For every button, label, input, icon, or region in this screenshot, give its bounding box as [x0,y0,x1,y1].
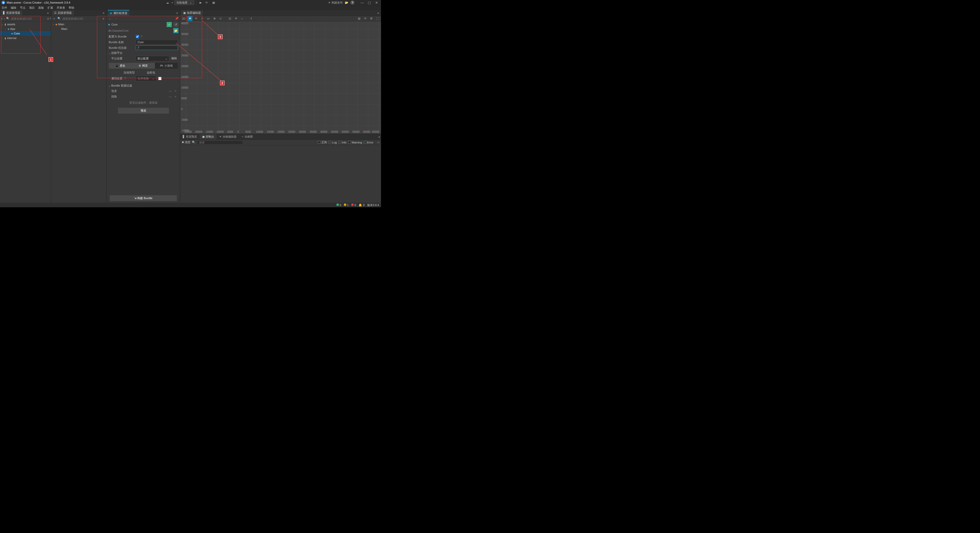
assets-tab[interactable]: ▋ 资源管理器 [1,10,22,16]
build-bundle-button[interactable]: ⇲ 构建 Bundle [110,195,177,201]
status-error[interactable]: 0 [351,204,356,207]
forward-button[interactable]: › [114,17,118,20]
collapse-all-button[interactable]: ≡ [101,17,105,20]
align-tool-button[interactable]: ⊡ [227,16,232,21]
preview-scene-dropdown[interactable]: 当前场景 ⌄ [174,0,194,5]
panel-menu-icon[interactable]: ≡ [377,135,381,138]
bundle-filter-section[interactable]: ⌄ Bundle 资源过滤 [107,83,180,88]
settings-button[interactable]: ⦀ [248,16,254,21]
menu-node[interactable]: 节点 [20,6,25,10]
menu-help[interactable]: 帮助 [68,6,74,10]
tree-node-assets[interactable]: ⌄ ▮ assets [0,22,51,27]
tab-anim-graph[interactable]: ⌁动画图 [239,134,256,139]
menu-developer[interactable]: 开发者 [57,6,65,10]
rotate-tool-button[interactable]: ⟳ [193,16,199,21]
close-button[interactable]: ✕ [373,1,380,5]
error-checkbox[interactable]: Error [364,141,373,144]
info-checkbox[interactable]: Info [339,141,347,144]
move-tool-button[interactable]: ✥ [187,16,192,21]
snap-tool-button[interactable]: ∪ [218,16,223,21]
anchor-tool-button[interactable]: ⊕ [212,16,217,21]
pill-native[interactable]: 📱原生 [109,63,132,68]
console-search-input[interactable] [197,140,243,145]
align-tool2-button[interactable]: ⟲ [233,16,239,21]
layout-button[interactable]: ▥ [356,16,362,21]
menu-edit[interactable]: 编辑 [11,6,16,10]
regex-checkbox[interactable]: 正则 [318,140,327,144]
apply-button[interactable]: ✓ [167,22,172,27]
scale-tool-button[interactable]: ⤢ [200,16,205,21]
maximize-button[interactable]: ▢ [366,1,373,5]
status-info[interactable]: 0 [336,204,341,207]
fullscreen-button[interactable]: ⛶ [375,16,380,21]
panel-menu-icon[interactable]: ≡ [102,11,105,14]
warning-checkbox[interactable]: Warning [348,141,362,144]
tab-console[interactable]: ▣控制台 [200,134,217,139]
inspector-tab[interactable]: ◉ 属性检查器 [108,10,129,16]
back-button[interactable]: ‹ [108,17,112,20]
hierarchy-tab[interactable]: ☰ 层级管理器 [52,10,74,16]
tab-anim-editor[interactable]: ✶动画编辑器 [217,134,239,139]
add-asset-button[interactable]: + [1,17,3,20]
tree-node-main[interactable]: Main [51,27,107,31]
status-notify[interactable]: 🔔 0 [359,204,364,207]
open-folder-button[interactable]: 📂 [345,1,348,4]
panel-menu-icon[interactable]: ≡ [175,11,179,14]
minimize-button[interactable]: — [359,1,366,5]
console-settings-button[interactable]: ▭ [377,141,380,144]
pill-web[interactable]: ⑤网页 [132,63,155,68]
pill-minigame[interactable]: 🎮小游戏 [155,63,178,68]
tree-node-internal[interactable]: › ▮ internal [0,36,51,40]
status-warn[interactable]: 1 [344,204,348,207]
gear-button[interactable]: ⚙ [369,16,374,21]
reveal-button[interactable]: 📁 [173,28,178,33]
bundle-name-input[interactable] [136,40,178,45]
log-checkbox[interactable]: Log [328,141,337,144]
help-button[interactable]: ? [350,0,355,5]
platform-config-select[interactable]: 默认配置 ⌄ [136,56,169,61]
bundle-priority-input[interactable] [136,45,178,50]
chevron-right-icon[interactable]: › [1,37,3,39]
chevron-right-icon[interactable]: › [4,27,6,30]
panel-menu-icon[interactable]: ≡ [46,11,50,14]
chevron-down-icon[interactable]: ⌄ [52,23,55,25]
add-exclude-button[interactable]: + [173,95,178,98]
menu-project[interactable]: 项目 [29,6,35,10]
help-icon[interactable]: ? [124,77,126,80]
chevron-down-icon[interactable]: ⌄ [1,23,3,25]
pin-button[interactable]: 📌 [175,17,179,20]
scene-canvas[interactable]: 40000 35000 30000 25000 20000 15000 1000… [180,21,381,134]
build-publish-button[interactable]: ✈ 构建发布 [328,1,343,5]
refresh-button[interactable]: ⟳ [204,0,210,5]
revert-button[interactable]: ↺ [173,22,178,27]
help-icon[interactable]: ? [141,35,142,38]
merge-deps-select[interactable]: 合并依赖 ⌄ [136,76,156,81]
target-platform-section[interactable]: ⌄ 目标平台 [107,51,180,56]
assets-search-input[interactable] [11,17,46,20]
scene-tab[interactable]: ▣ 场景编辑器 [181,10,203,16]
preview-filter-button[interactable]: 预览 [118,108,169,114]
camera-button[interactable]: ⟳ [363,16,368,21]
tree-node-core[interactable]: ■ Core [0,31,51,36]
tree-node-scene-root[interactable]: ⌄ ◆ Main [51,22,107,27]
remote-pkg-checkbox[interactable] [158,77,162,80]
snap-increment-button[interactable]: ↔ [239,16,245,21]
tab-asset-preview[interactable]: ▋资源预览 [180,134,200,139]
menu-file[interactable]: 文件 [2,6,7,10]
add-include-button[interactable]: + [173,89,178,92]
tree-node-app[interactable]: › ■ App [0,27,51,31]
edit-config-button[interactable]: 编辑 [170,56,178,61]
toggle-2d-button[interactable]: 2D [181,16,186,21]
clear-console-button[interactable]: ✱清空 [182,140,190,144]
collapse-all-button[interactable]: ≡ [47,17,49,20]
hierarchy-search-input[interactable] [62,17,100,20]
is-bundle-checkbox[interactable] [136,35,139,38]
qr-button[interactable]: ▦ [210,0,217,5]
remove-exclude-button[interactable]: — [167,95,173,98]
menu-extension[interactable]: 扩展 [48,6,53,10]
panel-menu-icon[interactable]: ≡ [376,11,380,14]
play-button[interactable]: ▶ [196,0,202,5]
preview-mode-icon[interactable]: ☁ [164,0,170,5]
menu-panel[interactable]: 面板 [38,6,44,10]
sort-button[interactable]: ↕ [3,17,5,20]
